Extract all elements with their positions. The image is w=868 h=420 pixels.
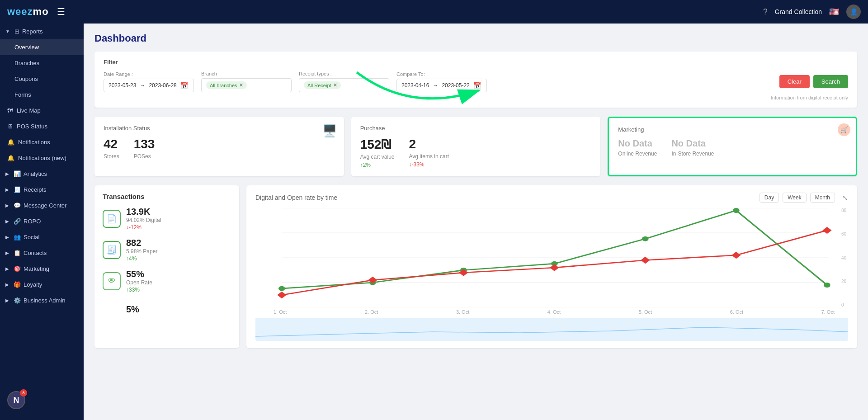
stores-group: 42 Stores xyxy=(104,137,119,160)
svg-point-6 xyxy=(278,286,285,291)
receipt-input[interactable]: All Receipt ✕ xyxy=(299,78,389,92)
purchase-card: Purchase 152₪ Avg cart value ↑2% 2 Avg i… xyxy=(351,117,601,176)
sidebar-group-reports[interactable]: ▼ ⊞ Reports xyxy=(0,24,84,39)
sidebar-group-contacts[interactable]: ▶ 📋 Contacts xyxy=(0,245,84,261)
mini-chart[interactable] xyxy=(255,318,848,341)
help-icon[interactable]: ? xyxy=(763,7,768,17)
avg-cart-label: Avg cart value xyxy=(360,154,395,160)
transaction-open-rate: 👁 55% Open Rate ↑33% xyxy=(103,269,231,293)
transaction-last: 5% xyxy=(103,300,231,318)
sidebar-item-live-map[interactable]: 🗺 Live Map xyxy=(0,103,84,118)
sidebar-item-coupons[interactable]: Coupons xyxy=(0,71,84,87)
sidebar-group-business-admin[interactable]: ▶ ⚙️ Business Admin xyxy=(0,293,84,308)
compare-input[interactable]: 2023-04-16 → 2023-05-22 📅 xyxy=(396,79,487,92)
branch-input[interactable]: All branches ✕ xyxy=(201,78,292,92)
expand-icon[interactable]: ⤡ xyxy=(842,193,848,202)
chart-x-labels: 1. Oct 2. Oct 3. Oct 4. Oct 5. Oct 6. Oc… xyxy=(255,307,848,315)
sidebar-item-notifications[interactable]: 🔔 Notifications xyxy=(0,134,84,150)
overview-label: Overview xyxy=(14,44,39,51)
marketing-sidebar-label: Marketing xyxy=(24,265,49,272)
bell-icon: 🔔 xyxy=(7,139,14,146)
stats-row: Installation Status 🖥️ 42 Stores 133 POS… xyxy=(94,117,857,176)
y-label-20: 20 xyxy=(841,279,846,284)
user-avatar[interactable]: 👤 xyxy=(846,5,861,19)
contacts-icon: 📋 xyxy=(14,250,21,256)
branch-tag-text: All branches xyxy=(210,83,237,88)
sidebar-group-messages[interactable]: ▶ 💬 Message Center xyxy=(0,198,84,213)
digital-pct: 94.02% Digital xyxy=(126,217,231,223)
business-admin-label: Business Admin xyxy=(24,297,66,304)
user-profile-avatar[interactable]: N 8 xyxy=(7,391,25,409)
flag-icon: 🇺🇸 xyxy=(829,7,839,17)
avg-items-value: 2 xyxy=(409,137,448,151)
x-label-2: 2. Oct xyxy=(365,309,378,315)
transaction-digital: 📄 13.9K 94.02% Digital ↓-12% xyxy=(103,207,231,231)
mini-chart-svg xyxy=(255,318,848,341)
x-label-4: 4. Oct xyxy=(547,309,561,315)
filter-note: Information from digital receipt only xyxy=(104,95,848,100)
messages-icon: 💬 xyxy=(14,202,21,209)
avg-cart-value: 152₪ xyxy=(360,137,395,152)
digital-change: ↓-12% xyxy=(126,224,231,231)
transactions-title: Transactions xyxy=(103,193,231,200)
notification-badge: 8 xyxy=(20,389,27,396)
bell-new-icon: 🔔 xyxy=(7,155,14,161)
sidebar-item-forms[interactable]: Forms xyxy=(0,87,84,103)
sidebar-item-overview[interactable]: Overview xyxy=(0,39,84,55)
clear-button[interactable]: Clear xyxy=(779,75,810,88)
x-label-7: 7. Oct xyxy=(821,309,835,315)
chart-card: Digital and Open rate by time Day Week M… xyxy=(246,185,857,348)
week-btn[interactable]: Week xyxy=(783,193,806,203)
pos-label: POS Status xyxy=(17,123,47,130)
chart-title: Digital and Open rate by time xyxy=(255,194,337,201)
avg-cart-change: ↑2% xyxy=(360,162,395,168)
page-title: Dashboard xyxy=(94,33,857,44)
svg-point-11 xyxy=(733,208,740,213)
date-range-group: Date Range : 2023-05-23 → 2023-06-28 📅 xyxy=(104,71,194,92)
chart-area: 80 60 40 20 0 xyxy=(255,208,848,307)
installation-icon: 🖥️ xyxy=(322,124,337,138)
open-rate-pct: 55% xyxy=(126,269,231,279)
online-revenue-group: No Data Online Revenue xyxy=(618,138,657,157)
branch-remove-icon[interactable]: ✕ xyxy=(239,82,243,88)
sidebar-group-marketing[interactable]: ▶ 🎯 Marketing xyxy=(0,261,84,277)
map-icon: 🗺 xyxy=(7,107,13,114)
paper-values: 882 5.98% Paper ↑4% xyxy=(126,238,231,262)
reports-arrow-icon: ▼ xyxy=(5,29,10,34)
hamburger-icon[interactable]: ☰ xyxy=(57,6,65,17)
sidebar-item-branches[interactable]: Branches xyxy=(0,55,84,71)
sidebar-item-notifications-new[interactable]: 🔔 Notifications (new) xyxy=(0,150,84,166)
bottom-row: Transactions 📄 13.9K 94.02% Digital ↓-12… xyxy=(94,185,857,348)
day-btn[interactable]: Day xyxy=(760,193,779,203)
receipt-label: Receipt types : xyxy=(299,71,389,76)
settings-icon: ⚙️ xyxy=(14,297,21,304)
receipts-label: Receipts xyxy=(24,186,47,193)
date-range-label: Date Range : xyxy=(104,71,194,77)
stores-count: 42 xyxy=(104,137,119,151)
receipt-tag: All Receipt ✕ xyxy=(304,81,341,89)
sidebar-group-receipts[interactable]: ▶ 🧾 Receipts xyxy=(0,182,84,198)
date-range-input[interactable]: 2023-05-23 → 2023-06-28 📅 xyxy=(104,79,194,92)
month-btn[interactable]: Month xyxy=(810,193,835,203)
installation-title: Installation Status xyxy=(104,125,335,132)
compare-label: Compare To: xyxy=(396,71,487,77)
sidebar-group-social[interactable]: ▶ 👥 Social xyxy=(0,229,84,245)
contacts-label: Contacts xyxy=(24,250,47,256)
filter-card: Filter Date Range : 2023-05-23 → 2023-06… xyxy=(94,52,857,108)
sidebar-group-analytics[interactable]: ▶ 📊 Analytics xyxy=(0,166,84,182)
sidebar-item-pos-status[interactable]: 🖥 POS Status xyxy=(0,118,84,134)
transaction-paper: 🧾 882 5.98% Paper ↑4% xyxy=(103,238,231,262)
sidebar-group-ropo[interactable]: ▶ 🔗 ROPO xyxy=(0,213,84,229)
nav-right: ? Grand Collection 🇺🇸 👤 xyxy=(763,5,861,19)
notifications-new-label: Notifications (new) xyxy=(18,155,66,161)
compare-arrow: → xyxy=(433,82,438,89)
pos-icon: 🖥 xyxy=(7,123,13,130)
search-button[interactable]: Search xyxy=(813,75,848,88)
branch-group: Branch : All branches ✕ xyxy=(201,71,292,92)
sidebar-group-loyalty[interactable]: ▶ 🎁 Loyalty xyxy=(0,277,84,293)
paper-pct: 5.98% Paper xyxy=(126,248,231,255)
instore-revenue-group: No Data In-Store Revenue xyxy=(671,138,714,157)
receipt-remove-icon[interactable]: ✕ xyxy=(333,82,337,88)
chart-controls: Day Week Month ⤡ xyxy=(760,193,848,203)
y-label-60: 60 xyxy=(841,231,846,236)
